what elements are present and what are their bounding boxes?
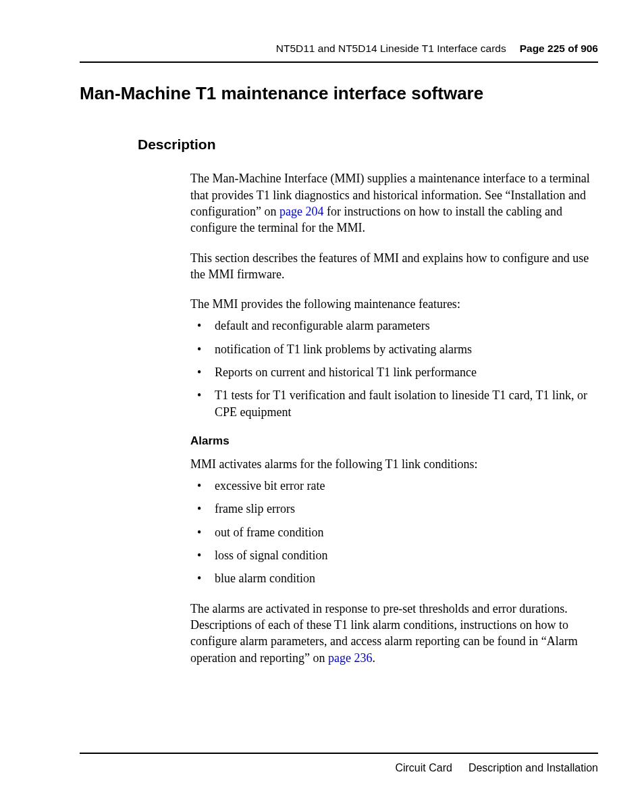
footer-left: Circuit Card (395, 762, 452, 773)
body-content: The Man-Machine Interface (MMI) supplies… (190, 170, 598, 665)
page-footer: Circuit CardDescription and Installation (80, 753, 598, 776)
list-item: loss of signal condition (190, 547, 598, 563)
list-item: Reports on current and historical T1 lin… (190, 364, 598, 380)
text-run: . (372, 651, 375, 665)
list-item: out of frame condition (190, 524, 598, 540)
page-number: Page 225 of 906 (520, 42, 598, 56)
paragraph: MMI activates alarms for the following T… (190, 456, 598, 472)
page-header: NT5D11 and NT5D14 Lineside T1 Interface … (80, 42, 598, 63)
paragraph: This section describes the features of M… (190, 250, 598, 283)
feature-list: default and reconfigurable alarm paramet… (190, 318, 598, 420)
list-item: T1 tests for T1 verification and fault i… (190, 387, 598, 420)
heading-3: Alarms (190, 434, 598, 449)
paragraph: The alarms are activated in response to … (190, 601, 598, 666)
list-item: notification of T1 link problems by acti… (190, 341, 598, 357)
paragraph: The Man-Machine Interface (MMI) supplies… (190, 170, 598, 236)
list-item: frame slip errors (190, 501, 598, 517)
document-page: NT5D11 and NT5D14 Lineside T1 Interface … (0, 0, 644, 666)
page-204-link[interactable]: page 204 (279, 205, 323, 218)
alarm-list: excessive bit error rate frame slip erro… (190, 478, 598, 586)
page-236-link[interactable]: page 236 (328, 651, 372, 665)
heading-2: Description (138, 135, 598, 154)
list-item: excessive bit error rate (190, 478, 598, 494)
text-run: The alarms are activated in response to … (190, 602, 578, 665)
chapter-title: NT5D11 and NT5D14 Lineside T1 Interface … (276, 42, 506, 56)
paragraph: The MMI provides the following maintenan… (190, 296, 598, 312)
list-item: default and reconfigurable alarm paramet… (190, 318, 598, 334)
heading-1: Man-Machine T1 maintenance interface sof… (80, 82, 598, 105)
footer-right: Description and Installation (468, 762, 598, 773)
list-item: blue alarm condition (190, 570, 598, 586)
